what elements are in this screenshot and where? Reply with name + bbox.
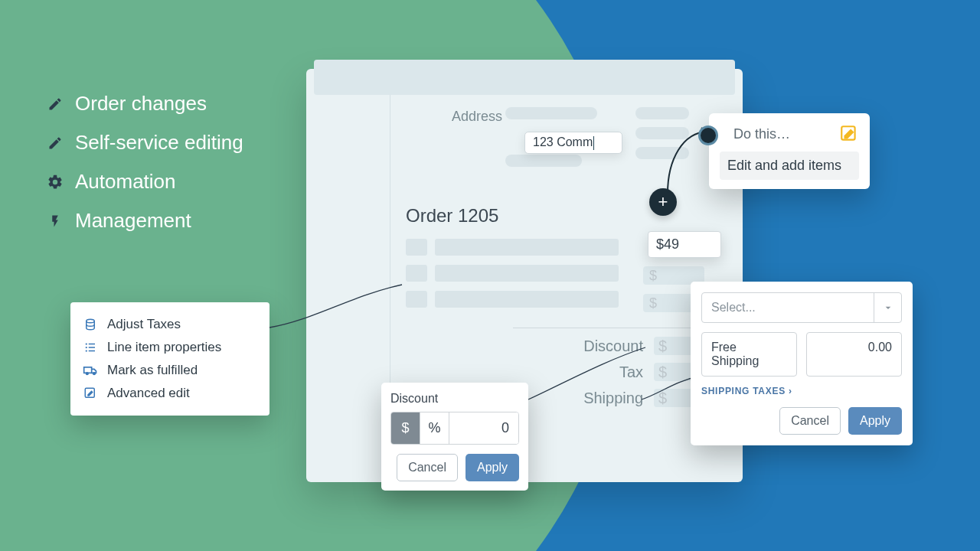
automation-action-label: Edit and add items	[727, 158, 841, 173]
feature-item-management: Management	[46, 209, 243, 233]
action-label: Mark as fulfilled	[107, 363, 198, 378]
discount-value-input[interactable]: 0	[449, 412, 518, 444]
feature-list: Order changes Self-service editing Autom…	[46, 92, 243, 248]
shipping-popover: Select... Free Shipping 0.00 SHIPPING TA…	[691, 282, 913, 445]
do-this-label: Do this…	[733, 126, 790, 142]
svg-rect-7	[89, 350, 95, 352]
action-advanced-edit[interactable]: Advanced edit	[83, 382, 257, 405]
order-actions-menu: Adjust Taxes Line item properties Mark a…	[70, 302, 270, 416]
skeleton-line	[435, 291, 619, 308]
address-input-value: 123 Comm	[533, 135, 593, 148]
feature-item-self-service: Self-service editing	[46, 131, 243, 155]
pencil-icon	[46, 134, 64, 152]
feature-label: Order changes	[75, 92, 207, 116]
action-label: Adjust Taxes	[107, 317, 181, 332]
list-icon	[83, 340, 98, 355]
panel-header-strip	[314, 60, 735, 95]
skeleton-line	[635, 107, 689, 119]
action-adjust-taxes[interactable]: Adjust Taxes	[83, 313, 257, 336]
connector-line	[268, 282, 406, 335]
truck-icon	[83, 363, 98, 378]
skeleton-square	[406, 265, 427, 282]
automation-action-button[interactable]: Edit and add items	[720, 152, 859, 180]
shipping-taxes-toggle[interactable]: SHIPPING TAXES›	[701, 386, 902, 396]
cancel-button[interactable]: Cancel	[779, 407, 841, 435]
feature-label: Management	[75, 209, 191, 233]
discount-popover: Discount $ % 0 Cancel Apply	[381, 383, 528, 491]
edit-square-icon	[83, 386, 98, 401]
skeleton-square	[406, 291, 427, 308]
skeleton-line	[435, 239, 619, 256]
discount-type-percent[interactable]: %	[420, 412, 449, 444]
shipping-method-select[interactable]: Select...	[701, 292, 902, 323]
action-label: Advanced edit	[107, 386, 190, 401]
apply-button[interactable]: Apply	[848, 407, 902, 435]
line-items-skeleton	[406, 239, 619, 308]
line-price-input[interactable]: $49	[648, 231, 721, 258]
address-label: Address	[452, 109, 502, 125]
skeleton-line	[505, 107, 597, 119]
discount-type-segment: $ % 0	[390, 412, 519, 445]
svg-point-2	[86, 343, 87, 344]
pencil-icon	[46, 95, 64, 113]
svg-point-1	[87, 319, 95, 323]
select-placeholder: Select...	[702, 293, 874, 322]
svg-point-6	[86, 350, 87, 351]
stack-icon	[83, 317, 98, 332]
apply-button[interactable]: Apply	[466, 454, 519, 481]
bolt-icon	[46, 212, 64, 230]
action-line-item-properties[interactable]: Line item properties	[83, 336, 257, 359]
shipping-name-input[interactable]: Free Shipping	[701, 332, 797, 377]
line-price-value: $49	[656, 236, 679, 252]
chevron-right-icon: ›	[789, 386, 792, 396]
feature-label: Automation	[75, 170, 176, 194]
action-mark-fulfilled[interactable]: Mark as fulfilled	[83, 359, 257, 382]
step-dot-icon	[698, 126, 718, 145]
skeleton-line	[505, 155, 582, 167]
discount-type-dollar[interactable]: $	[391, 412, 420, 444]
svg-point-10	[93, 373, 96, 375]
discount-title: Discount	[390, 392, 519, 406]
totals-divider	[513, 328, 704, 328]
svg-rect-8	[84, 367, 92, 373]
feature-label: Self-service editing	[75, 131, 243, 155]
feature-item-order-changes: Order changes	[46, 92, 243, 116]
edit-square-icon[interactable]	[839, 124, 859, 144]
chevron-down-icon	[874, 293, 901, 322]
order-title: Order 1205	[406, 205, 498, 227]
svg-point-9	[87, 373, 89, 375]
feature-item-automation: Automation	[46, 170, 243, 194]
svg-rect-3	[89, 344, 95, 345]
shipping-amount-input[interactable]: 0.00	[806, 332, 902, 377]
svg-rect-5	[89, 347, 95, 348]
gears-icon	[46, 173, 64, 191]
skeleton-line	[435, 265, 619, 282]
action-label: Line item properties	[107, 340, 221, 355]
skeleton-square	[406, 239, 427, 256]
address-input[interactable]: 123 Comm	[524, 132, 622, 154]
svg-point-4	[86, 347, 87, 348]
automation-step-card: Do this… Edit and add items	[709, 113, 870, 189]
cancel-button[interactable]: Cancel	[397, 454, 458, 481]
connector-line	[527, 344, 649, 406]
